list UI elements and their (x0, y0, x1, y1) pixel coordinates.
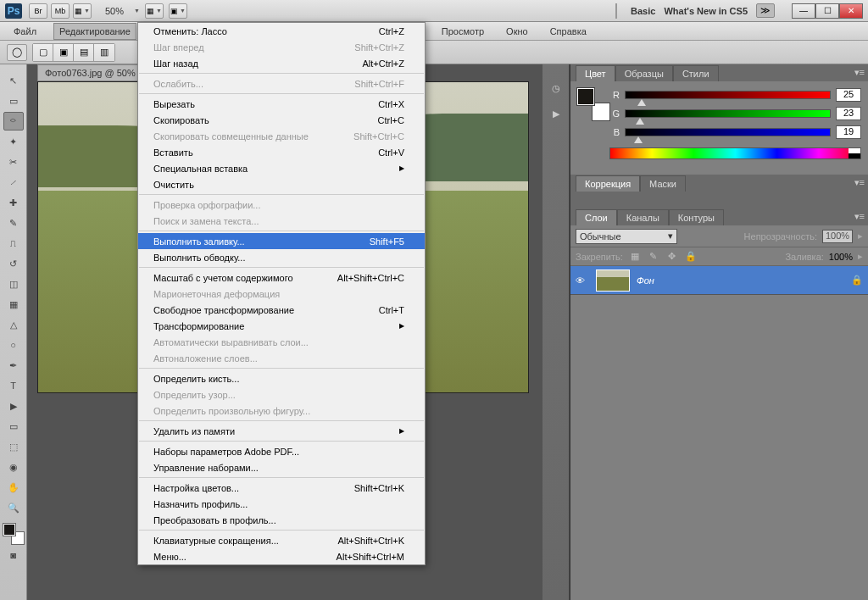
eyedropper-tool[interactable]: ⟋ (3, 173, 24, 192)
menu-item[interactable]: Преобразовать в профиль... (138, 512, 425, 528)
lock-all-icon[interactable]: 🔒 (684, 250, 698, 264)
blur-tool[interactable]: △ (3, 315, 24, 334)
type-tool[interactable]: T (3, 376, 24, 395)
blend-mode-dropdown[interactable]: Обычные▾ (576, 229, 677, 244)
menu-item[interactable]: Свободное трансформированиеCtrl+T (138, 302, 425, 318)
layer-thumbnail[interactable] (596, 269, 630, 292)
menu-item[interactable]: Наборы параметров Adobe PDF... (138, 443, 425, 459)
spectrum-ramp[interactable] (609, 147, 861, 159)
foreground-color-swatch[interactable] (3, 524, 15, 536)
r-slider[interactable] (625, 91, 831, 99)
3d-camera-tool[interactable]: ◉ (3, 458, 24, 476)
tab-masks[interactable]: Маски (640, 175, 686, 192)
panel-menu-icon[interactable]: ▾≡ (854, 211, 865, 222)
zoom-tool[interactable]: 🔍 (3, 498, 24, 517)
move-tool[interactable]: ↖ (3, 71, 24, 90)
actions-panel-icon[interactable]: ▶ (548, 105, 565, 122)
tab-styles[interactable]: Стили (673, 65, 719, 81)
3d-tool[interactable]: ⬚ (3, 437, 24, 456)
brush-tool[interactable]: ✎ (3, 214, 24, 232)
opacity-dropdown-icon[interactable]: ▸ (858, 231, 863, 242)
color-swatches[interactable] (3, 524, 24, 544)
lock-transparency-icon[interactable]: ▦ (628, 250, 642, 264)
panel-menu-icon[interactable]: ▾≡ (854, 67, 865, 78)
panel-menu-icon[interactable]: ▾≡ (854, 177, 865, 188)
healing-tool[interactable]: ✚ (3, 193, 24, 212)
bridge-button[interactable]: Br (29, 3, 47, 19)
lock-position-icon[interactable]: ✥ (665, 250, 679, 264)
selection-new-button[interactable]: ▢ (33, 44, 53, 61)
stamp-tool[interactable]: ⎍ (3, 234, 24, 253)
document-tab[interactable]: Фото0763.jpg @ 50% (37, 64, 143, 81)
menu-window[interactable]: Окно (501, 24, 533, 39)
r-value[interactable]: 25 (836, 88, 861, 102)
lock-pixels-icon[interactable]: ✎ (647, 250, 660, 264)
selection-add-button[interactable]: ▣ (53, 44, 74, 61)
history-brush-tool[interactable]: ↺ (3, 254, 24, 273)
window-close-button[interactable]: ✕ (839, 3, 863, 19)
menu-item[interactable]: Масштаб с учетом содержимогоAlt+Shift+Ct… (138, 269, 425, 286)
history-panel-icon[interactable]: ◷ (548, 80, 565, 97)
tab-paths[interactable]: Контуры (669, 209, 724, 225)
shape-tool[interactable]: ▭ (3, 417, 24, 436)
tab-channels[interactable]: Каналы (617, 209, 669, 225)
menu-item[interactable]: Меню...Alt+Shift+Ctrl+M (138, 548, 425, 564)
marquee-tool[interactable]: ▭ (3, 92, 24, 110)
wand-tool[interactable]: ✦ (3, 132, 24, 151)
menu-item[interactable]: Удалить из памяти▶ (138, 423, 425, 439)
menu-item[interactable]: Управление наборами... (138, 459, 425, 475)
menu-item[interactable]: Определить кисть... (138, 370, 425, 386)
pen-tool[interactable]: ✒ (3, 356, 24, 375)
visibility-eye-icon[interactable]: 👁 (576, 275, 589, 286)
workspace-basic-link[interactable]: Basic (631, 6, 655, 16)
zoom-dropdown-icon[interactable] (132, 8, 140, 14)
path-select-tool[interactable]: ▶ (3, 397, 24, 415)
layer-name[interactable]: Фон (637, 275, 654, 286)
menu-file[interactable]: Файл (8, 24, 42, 39)
window-maximize-button[interactable]: ☐ (815, 3, 839, 19)
menu-item[interactable]: Отменить: ЛассоCtrl+Z (138, 23, 425, 39)
panel-color-swatches[interactable] (577, 88, 601, 112)
tab-correction[interactable]: Коррекция (576, 175, 640, 192)
lasso-tool[interactable]: ⌔ (3, 112, 24, 131)
hand-tool[interactable]: ✋ (3, 478, 24, 497)
tool-preset-button[interactable]: ◯ (7, 44, 27, 61)
menu-item[interactable]: Выполнить заливку...Shift+F5 (138, 233, 425, 249)
window-minimize-button[interactable]: — (792, 3, 815, 19)
menu-item[interactable]: СкопироватьCtrl+C (138, 112, 425, 128)
selection-subtract-button[interactable]: ▤ (74, 44, 94, 61)
menu-edit[interactable]: Редактирование (53, 23, 136, 40)
opacity-input[interactable]: 100% (822, 230, 853, 243)
selection-intersect-button[interactable]: ▥ (94, 44, 114, 61)
tab-swatches[interactable]: Образцы (615, 65, 673, 81)
menu-help[interactable]: Справка (545, 24, 592, 39)
fill-dropdown-icon[interactable]: ▸ (858, 251, 863, 262)
g-value[interactable]: 23 (836, 107, 861, 120)
fill-input[interactable]: 100% (829, 252, 853, 262)
menu-item[interactable]: Специальная вставка▶ (138, 160, 425, 176)
menu-item[interactable]: Трансформирование▶ (138, 318, 425, 334)
quickmask-button[interactable]: ◙ (3, 546, 24, 564)
menu-item[interactable]: Настройка цветов...Shift+Ctrl+K (138, 480, 425, 496)
menu-item[interactable]: Выполнить обводку... (138, 249, 425, 265)
menu-item[interactable]: ВставитьCtrl+V (138, 144, 425, 160)
arrange-docs-dropdown[interactable]: ▦ (145, 3, 164, 19)
g-slider[interactable] (625, 109, 831, 118)
menu-item[interactable]: Клавиатурные сокращения...Alt+Shift+Ctrl… (138, 532, 425, 548)
workspace-whatsnew-link[interactable]: What's New in CS5 (664, 6, 748, 16)
tab-layers[interactable]: Слои (576, 209, 617, 225)
menu-item[interactable]: Назначить профиль... (138, 496, 425, 512)
menu-item[interactable]: Шаг назадAlt+Ctrl+Z (138, 55, 425, 71)
menu-item[interactable]: Очистить (138, 176, 425, 192)
tab-color[interactable]: Цвет (576, 65, 615, 81)
crop-tool[interactable]: ✂ (3, 153, 24, 171)
b-value[interactable]: 19 (836, 125, 861, 139)
view-extras-dropdown[interactable]: ▦ (73, 3, 92, 19)
minibridge-button[interactable]: Mb (51, 3, 70, 19)
screen-mode-dropdown[interactable]: ▣ (169, 3, 187, 19)
workspace-more-button[interactable]: ≫ (756, 3, 775, 18)
gradient-tool[interactable]: ▦ (3, 295, 24, 314)
b-slider[interactable] (625, 128, 831, 136)
layer-row[interactable]: 👁 Фон 🔒 (570, 266, 868, 295)
menu-item[interactable]: ВырезатьCtrl+X (138, 96, 425, 112)
